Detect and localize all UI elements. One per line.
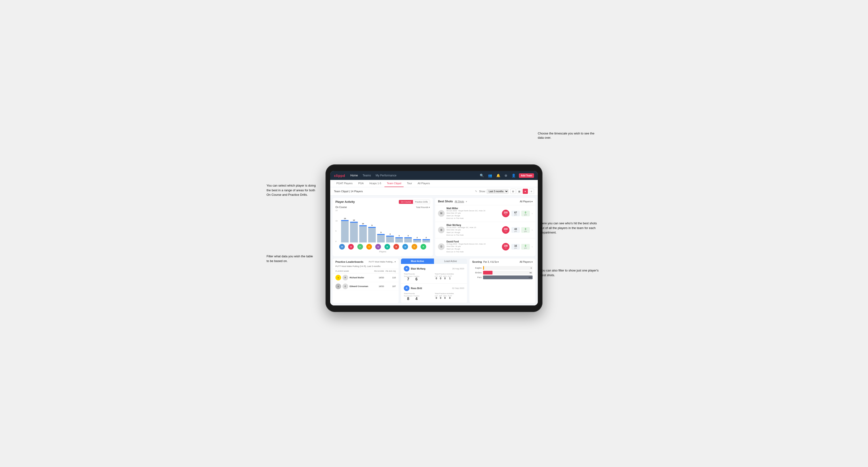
nav-link-home[interactable]: Home [350, 173, 358, 178]
tab-pga[interactable]: PGA [356, 180, 366, 187]
shot-stat-dist: 16 yds [512, 244, 520, 250]
practice-row[interactable]: 1 R Richard Butler 19/20 110 [333, 273, 399, 282]
chart-section-title: On Course [335, 206, 347, 209]
player-avatar[interactable]: C [366, 244, 372, 250]
active-player-item[interactable]: R Rees Britt 02 Sep 2023 Total Rounds To… [401, 283, 467, 303]
chart-filter[interactable]: Total Rounds ▾ [416, 206, 430, 209]
people-icon-btn[interactable]: 👥 [487, 173, 493, 178]
bar[interactable] [377, 234, 385, 243]
toggle-oncourse[interactable]: On Course [399, 200, 413, 204]
activity-value: 0 [439, 277, 442, 280]
practice-row[interactable]: 2 E Edward Crossman 18/20 107 [333, 282, 399, 291]
top-nav: clippd Home Teams My Performance 🔍 👥 🔔 ⊕… [330, 171, 538, 180]
activity-col-app: APP 0 [439, 276, 442, 280]
view-heart[interactable]: ♥ [523, 189, 528, 194]
toggle-practice[interactable]: Practice Drills [413, 200, 430, 204]
practice-avatar: R [342, 275, 348, 280]
scoring-bar-row: Pars 499 [472, 276, 533, 279]
shot-stat-zero: 0 yds [521, 244, 530, 250]
best-shots-title: Best Shots [438, 200, 453, 203]
tab-tour[interactable]: Tour [404, 180, 414, 187]
tablet-frame: clippd Home Teams My Performance 🔍 👥 🔔 ⊕… [326, 164, 542, 312]
activity-value: 0 [439, 297, 442, 299]
practice-score: 19/20 [372, 276, 384, 279]
bottom-row: Practice Leaderboards PUTT Must Make Put… [333, 258, 535, 303]
practice-filter[interactable]: PUTT Must Make Putting... ▾ [369, 261, 396, 263]
plus-icon-btn[interactable]: ⊕ [503, 173, 508, 178]
practice-player-info: Richard Butler [349, 276, 372, 279]
shot-item[interactable]: M Matt Miller 09 Jun 2023 · Royal North … [435, 205, 535, 222]
player-avatar[interactable]: B [348, 244, 354, 250]
total-rounds-label: Total Rounds [404, 292, 433, 294]
least-active-btn[interactable]: Least Active [434, 258, 467, 264]
scoring-players-filter[interactable]: All Players ▾ [520, 261, 533, 263]
view-filter[interactable]: ≡ [529, 189, 534, 194]
tab-pgat-players[interactable]: PGAT Players [334, 180, 355, 187]
bar[interactable] [368, 227, 376, 243]
player-avatar[interactable]: M [339, 244, 345, 250]
activity-col-gtt: GTT 0 [435, 276, 438, 280]
bar[interactable] [386, 236, 394, 243]
nav-link-performance[interactable]: My Performance [375, 173, 397, 178]
shot-stat-dist: 67 yds [512, 211, 520, 216]
tournament-col: Tournament 8 [404, 295, 412, 301]
scoring-bar-value: 499 [529, 276, 532, 279]
shots-players-filter[interactable]: All Players ▾ [520, 200, 533, 203]
bar-value: 3 [399, 235, 400, 237]
shot-detail-lines: Shot Dist: 16 ydsStart Lie: RoughEnd Lie… [446, 245, 500, 253]
bar-group: 13 [341, 217, 349, 243]
shots-filter-all[interactable]: All Shots [455, 200, 464, 203]
player-avatar[interactable]: M [402, 244, 408, 250]
activity-label: ARG [443, 295, 447, 297]
player-avatar[interactable]: F [357, 244, 363, 250]
player-avatar[interactable]: E [375, 244, 381, 250]
bar[interactable] [423, 239, 430, 243]
bar[interactable] [413, 239, 421, 243]
bar[interactable] [395, 237, 403, 243]
bar[interactable] [341, 220, 349, 243]
scoring-bar-row: Eagles 3 [472, 266, 533, 270]
tab-team-clippd[interactable]: Team Clippd [384, 180, 404, 187]
practice-leaderboards-card: Practice Leaderboards PUTT Must Make Put… [333, 258, 399, 303]
shot-player-name: David Ford [446, 240, 500, 243]
rank-badge: 2 [335, 283, 341, 289]
active-stats-row: Total Rounds Tournament 7 Practice 6 Tot… [404, 273, 464, 281]
scoring-title: Scoring [472, 260, 482, 263]
active-player-item[interactable]: B Blair McHarg 26 Aug 2023 Total Rounds … [401, 264, 467, 283]
bar[interactable] [359, 225, 367, 243]
activity-label: GTT [435, 276, 438, 277]
tab-all-players[interactable]: All Players [415, 180, 432, 187]
practice-score: 18/20 [372, 285, 384, 287]
edit-icon[interactable]: ✎ [475, 190, 477, 193]
scoring-filter[interactable]: Par 3, 4 & 5s ▾ [483, 261, 499, 263]
bell-icon-btn[interactable]: 🔔 [495, 173, 501, 178]
scoring-header: Scoring Par 3, 4 & 5s ▾ All Players ▾ [469, 258, 535, 265]
time-filter-select[interactable]: Last 3 months Last 6 months Last year [487, 189, 508, 194]
player-avatar[interactable]: B [384, 244, 390, 250]
shot-stat-value: 67 [513, 211, 519, 214]
bar[interactable] [350, 222, 358, 243]
activity-label: APP [439, 276, 442, 277]
shot-badge-label: SG [505, 230, 507, 232]
annotation-right-mid: Here you can see who's hit the best shot… [540, 221, 601, 235]
player-avatar[interactable]: C [412, 244, 417, 250]
tab-hcaps[interactable]: Hcaps 1-5 [367, 180, 383, 187]
view-grid-large[interactable]: ▦ [517, 189, 522, 194]
shot-item[interactable]: B Blair McHarg 23 Jul 2023 · Ashridge GC… [435, 222, 535, 239]
player-avatar[interactable]: B [394, 244, 399, 250]
shot-player-name: Matt Miller [446, 207, 500, 210]
player-avatar[interactable]: R [421, 244, 426, 250]
avatar-icon-btn[interactable]: 👤 [511, 173, 517, 178]
bar[interactable] [404, 237, 412, 243]
bar-group: 3 [404, 235, 412, 243]
scoring-bar-wrap: 499 [483, 276, 533, 279]
shot-item[interactable]: D David Ford 24 Aug 2023 · Royal North D… [435, 238, 535, 255]
most-active-btn[interactable]: Most Active [401, 258, 434, 264]
view-grid-small[interactable]: ⊞ [510, 189, 516, 194]
activity-col-gtt: GTT 0 [435, 295, 438, 299]
add-team-button[interactable]: Add Team [519, 173, 534, 178]
search-icon-btn[interactable]: 🔍 [479, 173, 485, 178]
bar-value: 4 [390, 233, 390, 235]
nav-link-teams[interactable]: Teams [362, 173, 371, 178]
annotation-left-bottom: Filter what data you wish the table to b… [267, 254, 316, 263]
